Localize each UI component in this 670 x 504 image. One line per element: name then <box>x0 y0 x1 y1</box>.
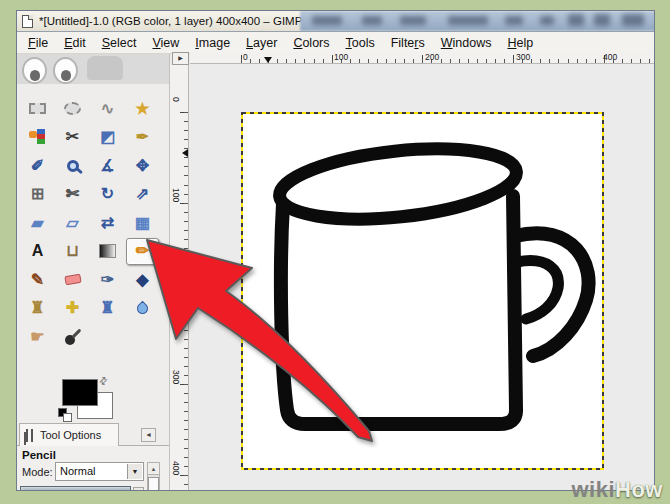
title-bar[interactable]: *[Untitled]-1.0 (RGB color, 1 layer) 400… <box>17 11 654 32</box>
rectangle-select-icon <box>29 103 46 114</box>
tool-dodge-burn[interactable] <box>56 323 89 350</box>
mug-body <box>281 196 516 424</box>
panel-scrollbar[interactable]: ▲ <box>147 462 160 490</box>
tool-flip[interactable]: ⇄ <box>91 209 124 236</box>
alignment-icon: ⊞ <box>31 186 44 202</box>
tool-options-panel: Pencil Mode: Normal ▼ ▲ Opacity 100.0 ▲ … <box>17 445 169 490</box>
rotate-icon: ↻ <box>101 186 114 202</box>
tool-perspective[interactable]: ▱ <box>56 209 89 236</box>
menu-item-help[interactable]: Help <box>499 34 541 52</box>
h-ruler-label: 0 <box>243 52 248 62</box>
mode-value: Normal <box>60 465 95 477</box>
watermark-how: How <box>615 477 663 502</box>
tool-options-icon <box>24 429 35 442</box>
menu-item-view[interactable]: View <box>144 34 187 52</box>
mug-rim <box>276 139 520 230</box>
text-icon: A <box>32 243 44 259</box>
wilber-logo <box>17 54 169 84</box>
tool-color-picker[interactable]: ✐ <box>21 152 54 179</box>
wilber-eye-icon <box>53 57 78 84</box>
eraser-icon <box>64 274 81 286</box>
menu-item-filters[interactable]: Filters <box>383 34 433 52</box>
chevron-down-icon[interactable]: ▼ <box>127 464 142 479</box>
mug-drawing <box>241 112 604 470</box>
tool-shear[interactable]: ▰ <box>21 209 54 236</box>
tool-alignment[interactable]: ⊞ <box>21 181 54 208</box>
dodge-burn-icon <box>65 335 75 345</box>
free-select-icon: ∿ <box>101 101 114 117</box>
tool-free-select[interactable]: ∿ <box>91 95 124 122</box>
tool-select-by-color[interactable] <box>21 124 54 151</box>
menu-item-colors[interactable]: Colors <box>285 34 337 52</box>
canvas[interactable] <box>241 112 604 470</box>
tool-ellipse-select[interactable] <box>56 95 89 122</box>
tool-bucket-fill[interactable]: ⊔ <box>56 238 89 265</box>
tool-rotate[interactable]: ↻ <box>91 181 124 208</box>
mode-select[interactable]: Normal ▼ <box>55 462 144 481</box>
tool-move[interactable]: ✥ <box>126 152 159 179</box>
menu-item-edit[interactable]: Edit <box>56 34 94 52</box>
opacity-spinner[interactable]: ▲ ▼ <box>133 487 144 491</box>
panel-collapse-button[interactable]: ◄ <box>141 428 156 442</box>
menu-item-layer[interactable]: Layer <box>238 34 285 52</box>
shear-icon: ▰ <box>31 215 43 231</box>
menu-item-select[interactable]: Select <box>94 34 145 52</box>
foreground-color-swatch[interactable] <box>62 379 98 406</box>
wilber-face-icon <box>87 56 123 80</box>
tool-perspective-clone[interactable]: ♜ <box>91 295 124 322</box>
move-icon: ✥ <box>136 158 149 174</box>
tool-cage-transform[interactable]: ▦ <box>126 209 159 236</box>
scrollbar-thumb[interactable] <box>148 477 159 491</box>
gimp-window: *[Untitled]-1.0 (RGB color, 1 layer) 400… <box>16 10 655 491</box>
tool-paths[interactable]: ✒ <box>126 124 159 151</box>
scroll-up-icon[interactable]: ▲ <box>148 463 159 475</box>
tool-measure[interactable]: ∡ <box>91 152 124 179</box>
bucket-fill-icon: ⊔ <box>66 243 78 259</box>
menu-item-tools[interactable]: Tools <box>338 34 383 52</box>
smudge-icon: ☛ <box>30 329 44 345</box>
tool-fuzzy-select[interactable]: ★ <box>126 95 159 122</box>
active-tool-name: Pencil <box>22 449 56 461</box>
tool-eraser[interactable] <box>56 266 89 293</box>
quick-menu-button[interactable]: ▶ <box>172 52 189 65</box>
tool-text[interactable]: A <box>21 238 54 265</box>
tool-scale[interactable]: ⇗ <box>126 181 159 208</box>
tool-clone[interactable]: ♜ <box>21 295 54 322</box>
tool-paintbrush[interactable]: ✎ <box>21 266 54 293</box>
menu-item-image[interactable]: Image <box>187 34 238 52</box>
tool-heal[interactable]: ✚ <box>56 295 89 322</box>
tool-gradient[interactable] <box>91 238 124 265</box>
v-ruler-label: 0 <box>171 97 181 102</box>
vertical-ruler[interactable]: 0100200300400 <box>170 65 189 490</box>
fuzzy-select-icon: ★ <box>135 101 149 117</box>
tab-tool-options[interactable]: Tool Options <box>19 423 119 446</box>
menu-item-file[interactable]: File <box>20 34 56 52</box>
zoom-icon <box>67 160 79 172</box>
tool-foreground-select[interactable]: ◩ <box>91 124 124 151</box>
horizontal-ruler[interactable]: 0100200300400 <box>190 52 654 64</box>
tool-ink[interactable]: ◆ <box>126 266 159 293</box>
tool-smudge[interactable]: ☛ <box>21 323 54 350</box>
tool-zoom[interactable] <box>56 152 89 179</box>
tool-options-tab-label: Tool Options <box>40 429 101 441</box>
gradient-icon <box>99 244 116 258</box>
tool-grid: ∿★✂◩✒✐∡✥⊞✄↻⇗▰▱⇄▦A⊔✏✎✑◆♜✚♜☛ <box>21 95 161 352</box>
tool-crop[interactable]: ✄ <box>56 181 89 208</box>
pointer-position-marker <box>182 149 188 157</box>
tool-airbrush[interactable]: ✑ <box>91 266 124 293</box>
menubar: FileEditSelectViewImageLayerColorsToolsF… <box>17 32 654 54</box>
crop-icon: ✄ <box>66 186 79 202</box>
clone-icon: ♜ <box>30 300 44 316</box>
spin-up-icon[interactable]: ▲ <box>134 488 143 491</box>
tool-rectangle-select[interactable] <box>21 95 54 122</box>
wikihow-watermark: wikiHow <box>571 477 663 503</box>
paintbrush-icon: ✎ <box>31 272 44 288</box>
opacity-slider[interactable]: Opacity 100.0 <box>20 486 131 491</box>
tool-pencil[interactable]: ✏ <box>126 238 159 265</box>
tool-scissors-select[interactable]: ✂ <box>56 124 89 151</box>
mode-label: Mode: <box>22 466 53 478</box>
swap-colors-icon[interactable]: ⇄ <box>96 374 110 388</box>
mug-handle-inner <box>517 261 558 319</box>
menu-item-windows[interactable]: Windows <box>433 34 500 52</box>
tool-blur-sharpen[interactable] <box>126 295 159 322</box>
